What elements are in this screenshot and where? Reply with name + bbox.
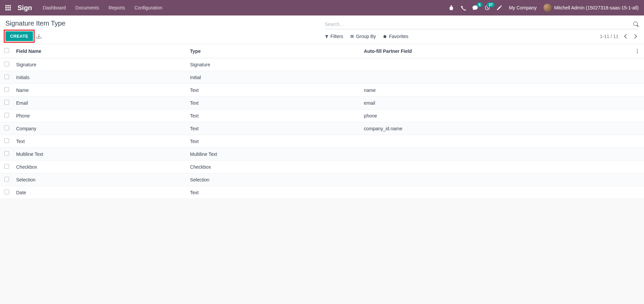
cell-autofill: phone xyxy=(361,109,634,122)
favorites-button[interactable]: Favorites xyxy=(383,34,409,39)
company-selector[interactable]: My Company xyxy=(509,5,536,10)
cell-autofill xyxy=(361,148,634,161)
apps-icon[interactable] xyxy=(5,5,11,10)
control-panel: Signature Item Type CREATE Filters Group… xyxy=(0,15,644,44)
list-icon xyxy=(350,34,354,38)
cell-type: Selection xyxy=(187,173,361,186)
user-menu[interactable]: Mitchell Admin (15027318-saas-15-1-all) xyxy=(543,4,639,12)
col-field-name[interactable]: Field Name xyxy=(13,44,187,58)
activities-icon[interactable]: 37 xyxy=(485,5,490,10)
table-row[interactable]: SelectionSelection xyxy=(0,173,644,186)
pager-prev[interactable] xyxy=(622,33,629,40)
cell-type: Text xyxy=(187,97,361,109)
cell-autofill: company_id.name xyxy=(361,122,634,135)
row-checkbox[interactable] xyxy=(4,126,9,130)
cell-autofill: email xyxy=(361,97,634,109)
col-type[interactable]: Type xyxy=(187,44,361,58)
messages-icon[interactable]: 5 xyxy=(472,5,478,10)
nav-menu: Dashboard Documents Reports Configuratio… xyxy=(43,5,162,10)
list-view: Field Name Type Auto-fill Partner Field … xyxy=(0,44,644,199)
nav-dashboard[interactable]: Dashboard xyxy=(43,5,66,10)
table-row[interactable]: NameTextname xyxy=(0,84,644,97)
table-row[interactable]: Multiline TextMultiline Text xyxy=(0,148,644,161)
table-row[interactable]: EmailTextemail xyxy=(0,97,644,109)
table-row[interactable]: DateText xyxy=(0,186,644,199)
nav-configuration[interactable]: Configuration xyxy=(135,5,162,10)
kebab-icon xyxy=(637,49,638,54)
table-row[interactable]: SignatureSignature xyxy=(0,58,644,71)
user-label: Mitchell Admin (15027318-saas-15-1-all) xyxy=(554,5,639,10)
chevron-left-icon xyxy=(624,34,627,39)
avatar xyxy=(543,4,552,12)
messages-badge: 5 xyxy=(477,2,483,7)
row-checkbox[interactable] xyxy=(4,138,9,143)
favorites-label: Favorites xyxy=(389,34,409,39)
row-checkbox[interactable] xyxy=(4,113,9,117)
cell-field-name: Signature xyxy=(13,58,187,71)
star-icon xyxy=(383,34,387,39)
cell-type: Initial xyxy=(187,71,361,84)
table-header-row: Field Name Type Auto-fill Partner Field xyxy=(0,44,644,58)
column-options[interactable] xyxy=(634,44,644,58)
groupby-label: Group By xyxy=(356,34,376,39)
groupby-button[interactable]: Group By xyxy=(350,34,376,39)
cell-autofill xyxy=(361,58,634,71)
nav-right: 5 37 My Company Mitchell Admin (15027318… xyxy=(449,4,639,12)
row-checkbox[interactable] xyxy=(4,100,9,105)
cell-autofill xyxy=(361,135,634,148)
table-row[interactable]: TextText xyxy=(0,135,644,148)
svg-point-2 xyxy=(637,52,638,53)
table-row[interactable]: CheckboxCheckbox xyxy=(0,161,644,173)
row-checkbox[interactable] xyxy=(4,190,9,194)
page-title: Signature Item Type xyxy=(5,20,319,27)
search-icon[interactable] xyxy=(633,22,639,27)
table-row[interactable]: PhoneTextphone xyxy=(0,109,644,122)
app-brand[interactable]: Sign xyxy=(17,4,32,12)
row-checkbox[interactable] xyxy=(4,177,9,181)
export-icon[interactable] xyxy=(36,34,41,39)
debug-icon[interactable] xyxy=(449,5,454,10)
row-checkbox[interactable] xyxy=(4,164,9,169)
cell-type: Text xyxy=(187,186,361,199)
cell-field-name: Company xyxy=(13,122,187,135)
cell-type: Text xyxy=(187,84,361,97)
cell-field-name: Checkbox xyxy=(13,161,187,173)
filters-button[interactable]: Filters xyxy=(325,34,343,39)
cell-autofill xyxy=(361,71,634,84)
col-autofill[interactable]: Auto-fill Partner Field xyxy=(361,44,634,58)
activities-badge: 37 xyxy=(487,2,495,7)
pager: 1-11 / 11 xyxy=(600,33,639,40)
cell-type: Text xyxy=(187,135,361,148)
cell-field-name: Phone xyxy=(13,109,187,122)
cell-field-name: Email xyxy=(13,97,187,109)
chevron-right-icon xyxy=(634,34,637,39)
pager-value[interactable]: 1-11 / 11 xyxy=(600,34,618,39)
pager-next[interactable] xyxy=(633,33,639,40)
row-checkbox[interactable] xyxy=(4,74,9,79)
svg-point-1 xyxy=(637,50,638,52)
nav-documents[interactable]: Documents xyxy=(75,5,99,10)
row-checkbox[interactable] xyxy=(4,62,9,66)
filters-label: Filters xyxy=(331,34,343,39)
cell-field-name: Multiline Text xyxy=(13,148,187,161)
cell-field-name: Date xyxy=(13,186,187,199)
cell-field-name: Text xyxy=(13,135,187,148)
cell-type: Text xyxy=(187,122,361,135)
row-checkbox[interactable] xyxy=(4,151,9,156)
search-input[interactable] xyxy=(325,20,634,29)
cell-type: Signature xyxy=(187,58,361,71)
top-navbar: Sign Dashboard Documents Reports Configu… xyxy=(0,0,644,15)
table-row[interactable]: CompanyTextcompany_id.name xyxy=(0,122,644,135)
create-button[interactable]: CREATE xyxy=(5,31,33,41)
row-checkbox[interactable] xyxy=(4,87,9,92)
cell-field-name: Selection xyxy=(13,173,187,186)
cell-autofill xyxy=(361,173,634,186)
filter-icon xyxy=(325,35,329,38)
cell-autofill xyxy=(361,161,634,173)
table-row[interactable]: InitialsInitial xyxy=(0,71,644,84)
select-all-checkbox[interactable] xyxy=(4,48,9,53)
phone-icon[interactable] xyxy=(461,5,466,10)
cell-type: Text xyxy=(187,109,361,122)
nav-reports[interactable]: Reports xyxy=(109,5,125,10)
tools-icon[interactable] xyxy=(497,5,502,10)
